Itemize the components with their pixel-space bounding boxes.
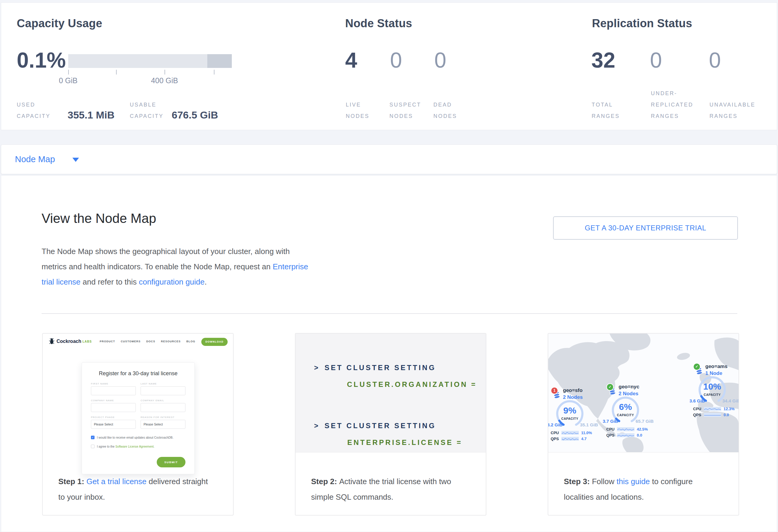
sql-prompt: > [314,364,320,372]
nav-item: PRODUCT [100,340,115,343]
nodemap-description: The Node Map shows the geographical layo… [42,244,308,290]
text-input [141,386,185,395]
text-input [141,403,185,412]
locality-name: geo=ams [705,364,727,370]
nav-item: CUSTOMERS [121,340,141,343]
qps-sparkline [561,437,579,441]
trial-site-header: Cockroach LABS PRODUCT CUSTOMERS DOCS RE… [49,338,228,347]
unavailable-ranges-count: 0 [709,49,721,71]
replication-status-title: Replication Status [592,17,692,30]
under-replicated-ranges-label: UNDER- REPLICATED RANGES [651,88,693,122]
checkbox-unchecked-icon [91,445,94,448]
text-input [91,403,136,412]
sql-prompt: > [314,422,320,430]
total-ranges-count: 32 [591,49,615,71]
capacity-percent: 0.1% [17,49,66,71]
cpu-value: 42.5% [637,427,648,432]
axis-tick [116,70,116,75]
sql-statement: SET CLUSTER SETTING [324,422,436,430]
qps-sparkline [617,433,634,437]
under-replicated-ranges-count: 0 [650,49,662,71]
sql-argument: ENTERPRISE.LICENSE = [347,438,462,447]
suspect-nodes-label: SUSPECT NODES [389,99,421,122]
used-capacity-value: 355.1 MiB [68,108,114,122]
cpu-sparkline [561,431,579,435]
form-title: Register for a 30-day trial license [82,370,194,377]
cpu-label: CPU [693,407,704,411]
field-label: COMPANY NAME [91,399,136,402]
inline-link[interactable]: configuration guide [139,277,205,286]
inline-link[interactable]: Get a trial license [86,477,147,486]
cpu-value: 11.0% [581,431,592,435]
used-capacity-label: USED CAPACITY [17,99,51,122]
healthy-check-icon: ✓ [607,384,613,390]
capacity-bar [68,54,232,68]
roach-icon [49,338,55,345]
cpu-sparkline [704,407,721,411]
used-capacity: 3.7 GiB [603,419,618,424]
locality-name: geo=sfo [563,387,583,393]
select-input: Please Select [141,420,185,429]
qps-value: 4.7 [581,437,587,441]
cluster-overview-page: Capacity Usage 0.1% 0 GiB 400 GiB USED C… [0,0,778,532]
qps-label: QPS [606,433,617,438]
checkbox-checked-icon: ✓ [91,436,94,439]
unavailable-ranges-label: UNAVAILABLE RANGES [709,99,755,122]
cpu-label: CPU [551,431,561,435]
download-button: DOWNLOAD [201,338,228,346]
select-input: Please Select [91,420,136,429]
capacity-percent: 6% [610,402,641,412]
step3-caption: Step 3: Follow this guide to configure l… [564,474,731,505]
usable-capacity-label: USABLE CAPACITY [130,99,164,122]
field-label: FIRST NAME [91,382,136,385]
sql-statement: SET CLUSTER SETTING [324,364,436,372]
section-divider [42,313,737,314]
nodemap-dropdown-label: Node Map [15,145,55,174]
cpu-label: CPU [606,427,617,432]
brand-name: Cockroach [57,339,81,344]
checkbox-label: I would like to receive email updates ab… [97,436,173,439]
sql-snippet: >SET CLUSTER SETTING CLUSTER.ORGANIZATIO… [296,333,486,452]
checkbox-label: I agree to the Software License Agreemen… [97,445,154,448]
cluster-summary-bar: Capacity Usage 0.1% 0 GiB 400 GiB USED C… [1,2,777,130]
cpu-sparkline [617,427,634,431]
axis-tick [214,70,215,75]
nodemap-enterprise-panel: View the Node Map The Node Map shows the… [1,175,777,532]
step2-caption: Step 2: Activate the trial license with … [311,474,479,505]
total-ranges-label: TOTAL RANGES [592,99,620,122]
cpu-value: 12.3% [723,407,734,411]
field-label: REASON FOR INTEREST [141,416,185,419]
field-label: COMPANY EMAIL [141,399,185,402]
qps-label: QPS [551,437,561,441]
trial-site-screenshot: Cockroach LABS PRODUCT CUSTOMERS DOCS RE… [43,333,233,473]
cockroach-labs-logo: Cockroach LABS [49,338,92,345]
qps-value: 0.0 [723,412,729,417]
locality-name: geo=nyc [619,384,639,390]
inline-link[interactable]: this guide [617,477,650,486]
dead-nodes-count: 0 [434,49,446,71]
capacity-bar-unusable-segment [207,54,232,68]
step1-card: Cockroach LABS PRODUCT CUSTOMERS DOCS RE… [42,333,234,516]
capacity-percent: 10% [697,381,728,392]
node-status-title: Node Status [345,17,412,30]
dead-nodes-label: DEAD NODES [434,99,457,122]
total-capacity: 65.7 GiB [636,419,653,424]
get-enterprise-trial-button[interactable]: GET A 30-DAY ENTERPRISE TRIAL [553,216,738,240]
live-nodes-count: 4 [345,49,357,71]
caret-down-icon [72,158,79,162]
capacity-usage-title: Capacity Usage [17,17,102,30]
capacity-percent: 9% [554,405,586,415]
axis-tick-label: 400 GiB [147,76,182,85]
qps-value: 0.0 [637,433,642,438]
nav-item: RESOURCES [161,340,181,343]
sql-argument: CLUSTER.ORGANIZATION = [347,380,477,389]
capacity-label: CAPACITY [554,417,586,421]
used-capacity: 3.6 GiB [690,398,705,403]
qps-label: QPS [693,412,704,417]
axis-tick [164,70,165,75]
step1-caption: Step 1: Get a trial license delivered st… [58,474,226,505]
total-capacity: 34.4 GiB [722,398,738,403]
nodemap-view-dropdown[interactable]: Node Map [1,145,777,174]
nodemap-preview: 1 geo=sfo 2 Nodes 9% CAPACITY 3.2 GiB35.… [548,333,738,452]
used-capacity: 3.2 GiB [548,422,563,427]
